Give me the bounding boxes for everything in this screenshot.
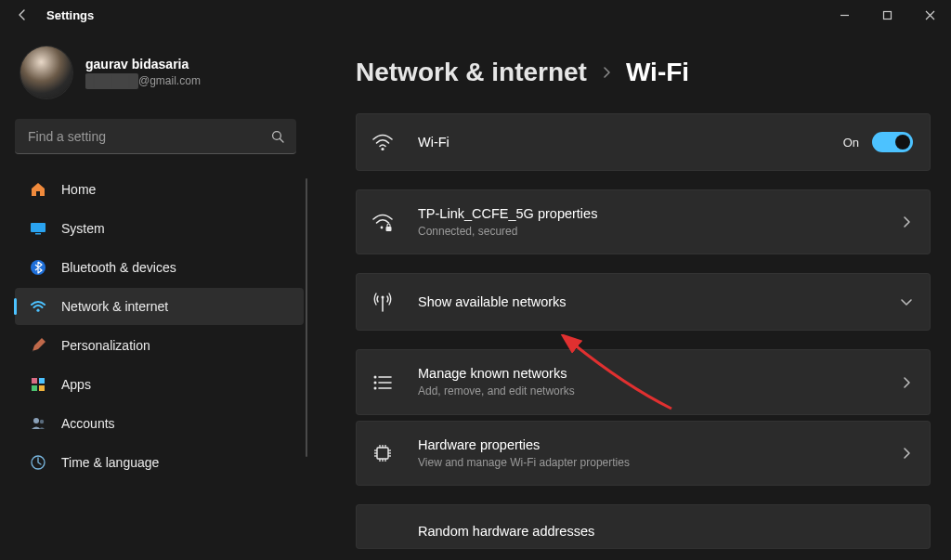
nav-item-label: Network & internet <box>61 299 168 314</box>
card-hardware-properties[interactable]: Hardware properties View and manage Wi-F… <box>356 421 931 486</box>
svg-point-15 <box>381 148 384 150</box>
system-icon <box>30 220 46 237</box>
svg-rect-11 <box>39 385 45 391</box>
chevron-right-icon <box>900 376 913 389</box>
bluetooth-icon <box>30 259 46 276</box>
title-bar: Settings <box>0 0 951 30</box>
svg-rect-1 <box>883 11 891 19</box>
maximize-button[interactable] <box>866 0 908 30</box>
svg-point-16 <box>381 227 384 229</box>
svg-point-13 <box>40 420 44 423</box>
card-network-properties[interactable]: TP-Link_CCFE_5G properties Connected, se… <box>356 189 931 254</box>
chevron-right-icon <box>900 215 913 228</box>
search-icon <box>270 129 285 144</box>
home-icon <box>30 181 46 198</box>
svg-line-3 <box>280 139 284 143</box>
personalization-icon <box>30 337 46 354</box>
card-title: Show available networks <box>418 293 878 311</box>
close-button[interactable] <box>908 0 951 30</box>
card-title: Wi-Fi <box>418 134 821 151</box>
card-title: Hardware properties <box>418 436 878 454</box>
svg-rect-5 <box>35 233 41 235</box>
nav-item-bluetooth[interactable]: Bluetooth & devices <box>15 249 304 286</box>
time-language-icon <box>30 454 46 471</box>
nav-item-label: Personalization <box>61 338 150 353</box>
nav-item-personalization[interactable]: Personalization <box>15 327 304 364</box>
svg-point-21 <box>374 381 377 384</box>
nav-item-home[interactable]: Home <box>15 171 304 208</box>
profile-name: gaurav bidasaria <box>85 56 201 73</box>
profile-email: ██████@gmail.com <box>85 73 201 88</box>
nav-item-label: Apps <box>61 377 91 392</box>
toggle-state-label: On <box>843 136 859 150</box>
nav-item-accounts[interactable]: Accounts <box>15 405 304 442</box>
card-subtitle: View and manage Wi-Fi adapter properties <box>418 456 878 471</box>
sidebar: gaurav bidasaria ██████@gmail.com Home <box>0 30 311 560</box>
svg-rect-10 <box>32 385 37 391</box>
list-icon <box>370 371 396 394</box>
card-random-hardware-addresses[interactable]: Random hardware addresses <box>356 504 931 549</box>
apps-icon <box>30 376 46 393</box>
nav-item-label: Time & language <box>61 455 159 470</box>
svg-point-19 <box>374 375 377 378</box>
search-input[interactable] <box>15 119 296 154</box>
nav-item-time-language[interactable]: Time & language <box>15 444 304 481</box>
card-title: Random hardware addresses <box>418 523 913 540</box>
svg-point-18 <box>382 296 384 299</box>
svg-rect-4 <box>31 223 46 232</box>
card-show-available-networks[interactable]: Show available networks <box>356 273 931 331</box>
svg-point-7 <box>36 309 39 312</box>
content-area: Network & internet Wi-Fi Wi-Fi On <box>311 30 951 560</box>
minimize-button[interactable] <box>823 0 866 30</box>
card-title: Manage known networks <box>418 365 878 383</box>
card-manage-known-networks[interactable]: Manage known networks Add, remove, and e… <box>356 349 931 414</box>
nav-item-network[interactable]: Network & internet <box>15 288 304 325</box>
profile-block[interactable]: gaurav bidasaria ██████@gmail.com <box>0 46 311 119</box>
chevron-down-icon <box>900 295 913 308</box>
wifi-toggle[interactable] <box>872 132 913 152</box>
nav-item-label: System <box>61 221 105 236</box>
nav-item-label: Home <box>61 182 96 197</box>
svg-rect-8 <box>32 378 37 384</box>
nav-item-label: Accounts <box>61 416 115 431</box>
breadcrumb: Network & internet Wi-Fi <box>356 58 931 87</box>
svg-point-23 <box>374 386 377 389</box>
window-controls <box>823 0 951 30</box>
chevron-right-icon <box>900 447 913 460</box>
svg-point-12 <box>33 418 39 423</box>
card-wifi-toggle[interactable]: Wi-Fi On <box>356 113 931 171</box>
app-title: Settings <box>46 8 94 22</box>
nav-list: Home System Bluetooth & devices Network … <box>0 171 311 481</box>
chevron-right-icon <box>600 66 613 79</box>
avatar <box>20 46 72 98</box>
nav-item-label: Bluetooth & devices <box>61 260 176 275</box>
back-button[interactable] <box>15 7 30 22</box>
breadcrumb-current: Wi-Fi <box>626 58 689 87</box>
svg-rect-25 <box>377 448 388 459</box>
svg-rect-17 <box>386 227 392 231</box>
card-subtitle: Add, remove, and edit networks <box>418 384 878 399</box>
wifi-icon <box>30 298 46 315</box>
wifi-icon <box>370 131 396 153</box>
search-field-wrap <box>15 119 296 154</box>
breadcrumb-parent[interactable]: Network & internet <box>356 58 587 87</box>
svg-rect-9 <box>39 378 45 384</box>
accounts-icon <box>30 415 46 432</box>
nav-item-apps[interactable]: Apps <box>15 366 304 403</box>
card-title: TP-Link_CCFE_5G properties <box>418 205 878 223</box>
card-subtitle: Connected, secured <box>418 225 878 240</box>
wifi-lock-icon <box>370 211 396 233</box>
nav-item-system[interactable]: System <box>15 210 304 247</box>
antenna-icon <box>370 291 396 313</box>
chip-icon <box>370 442 396 464</box>
